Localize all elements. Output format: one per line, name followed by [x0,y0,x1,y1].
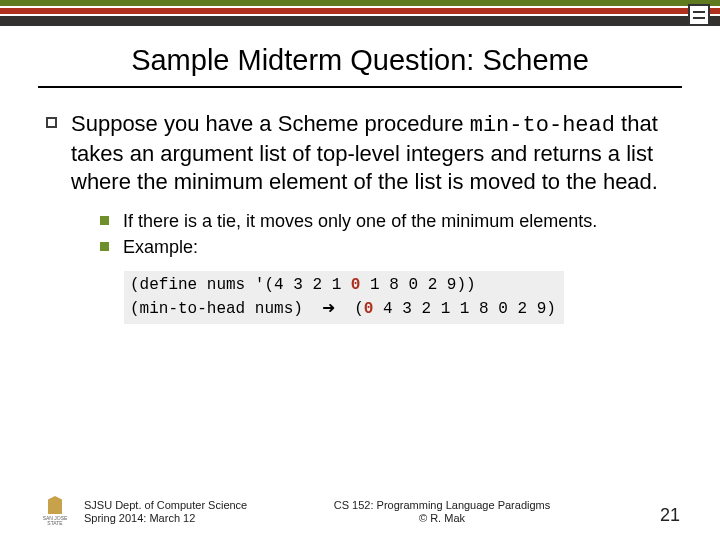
bullet-text: Example: [123,236,198,259]
arrow-icon: ➜ [322,299,335,316]
square-bullet-icon [100,242,109,251]
logo-caption: SAN JOSE STATE [40,516,70,526]
code-text: (define nums '(4 3 2 1 [130,276,351,294]
bullet-level2: Example: [100,236,674,259]
footer-date: Spring 2014: March 12 [84,512,264,526]
slide-title: Sample Midterm Question: Scheme [0,44,720,85]
square-bullet-icon [46,117,57,128]
footer-left: SJSU Dept. of Computer Science Spring 20… [84,499,264,527]
code-text: ( [335,300,364,318]
code-text: (min-to-head nums) [130,300,322,318]
code-text: 4 3 2 1 1 8 0 2 9) [373,300,555,318]
footer-course: CS 152: Programming Language Paradigms [264,499,620,513]
slide-body: Suppose you have a Scheme procedure min-… [46,110,674,324]
bullet-text: If there is a tie, it moves only one of … [123,210,597,233]
code-block: (define nums '(4 3 2 1 0 1 8 0 2 9)) (mi… [124,271,564,324]
slide: Sample Midterm Question: Scheme Suppose … [0,0,720,540]
highlight-zero: 0 [351,276,361,294]
footer-author: © R. Mak [264,512,620,526]
square-bullet-icon [100,216,109,225]
slide-footer: SAN JOSE STATE SJSU Dept. of Computer Sc… [0,496,720,526]
bullet-text: Suppose you have a Scheme procedure min-… [71,110,674,196]
footer-dept: SJSU Dept. of Computer Science [84,499,264,513]
decorative-stripes [0,0,720,26]
highlight-zero: 0 [364,300,374,318]
sub-bullets: If there is a tie, it moves only one of … [100,210,674,259]
footer-center: CS 152: Programming Language Paradigms ©… [264,499,620,527]
corner-logo-icon [688,4,710,26]
text-fragment: Suppose you have a Scheme procedure [71,111,470,136]
inline-code: min-to-head [470,113,615,138]
sjsu-logo-icon: SAN JOSE STATE [40,496,70,526]
code-text: 1 8 0 2 9)) [360,276,475,294]
bullet-level2: If there is a tie, it moves only one of … [100,210,674,233]
title-underline [38,86,682,88]
bullet-level1: Suppose you have a Scheme procedure min-… [46,110,674,196]
page-number: 21 [620,505,680,526]
